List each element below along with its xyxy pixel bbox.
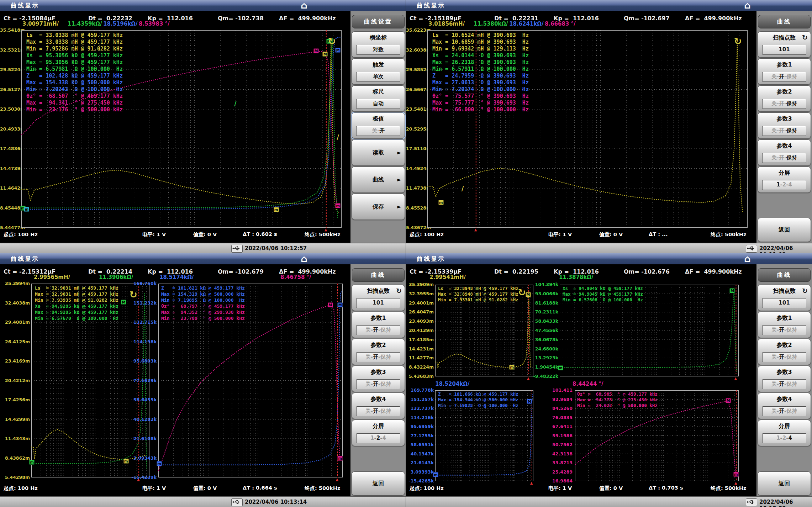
status-strip: 2022/04/06 10:11:02 bbox=[406, 243, 812, 253]
sidebar-button-split-screen[interactable]: 分屏1-2-4 bbox=[758, 420, 811, 446]
sidebar-button-read[interactable]: 读取► bbox=[352, 139, 405, 166]
value-box-param2[interactable]: 关-开-保持 bbox=[762, 352, 806, 362]
sidebar-button-param1[interactable]: 参数1关-开-保持 bbox=[352, 312, 405, 338]
value-box-trigger[interactable]: 单次 bbox=[356, 72, 400, 82]
trace-slash-marker: / bbox=[337, 134, 339, 141]
sidebar-button-save[interactable]: 保存► bbox=[352, 194, 405, 220]
state-option: 关 bbox=[365, 381, 371, 387]
scale-label-1: 11.3878kΩ/ bbox=[559, 274, 594, 280]
axis-label: 36.0678k bbox=[531, 337, 558, 343]
sidebar-button-param1[interactable]: 参数1关-开-保持 bbox=[758, 312, 811, 338]
sidebar-button-param4[interactable]: 参数4关-开-保持 bbox=[352, 393, 405, 419]
value-box-param4[interactable]: 关-开-保持 bbox=[762, 406, 806, 416]
title-bar: 曲线显示⌂ bbox=[406, 0, 812, 11]
legend-line: Max = 27.0613 Ω @ 390.693 Hz bbox=[432, 79, 529, 86]
sidebar-button-sweep-points[interactable]: 扫描点数↻101 bbox=[758, 285, 811, 311]
value-box-split-screen[interactable]: 1-2-4 bbox=[356, 433, 400, 443]
sidebar-title: 曲线 bbox=[352, 268, 405, 282]
axis-label: 59.1986 bbox=[548, 433, 573, 439]
legend-line: Min = 23.789 ° @ 500.000 kHz bbox=[161, 315, 245, 321]
sidebar-button-extremes[interactable]: 极值关-开 bbox=[352, 112, 405, 139]
sweep-info-item: ΔT : ... bbox=[649, 231, 668, 237]
back-button[interactable]: 返回 bbox=[352, 471, 405, 496]
sweep-info-item: 电平: 1 V bbox=[142, 231, 166, 238]
sidebar-button-split-screen[interactable]: 分屏1-2-4 bbox=[352, 420, 405, 446]
header-item-qm: Qm= -102.738 bbox=[218, 15, 264, 22]
value-box-param4[interactable]: 关-开-保持 bbox=[762, 153, 806, 163]
home-icon[interactable]: ⌂ bbox=[744, 0, 751, 11]
axis-label: 114.198k bbox=[129, 339, 157, 345]
value-box-param1[interactable]: 关-开-保持 bbox=[762, 325, 806, 335]
state-option: 开 bbox=[779, 127, 784, 134]
sidebar-button-param2[interactable]: 参数2关-开-保持 bbox=[352, 339, 405, 365]
value-box-param2[interactable]: 关-开-保持 bbox=[762, 99, 806, 109]
axis-label: 95.6803k bbox=[129, 358, 157, 364]
axis-label: 14.4924m bbox=[406, 166, 426, 171]
sidebar-button-param1[interactable]: 参数1关-开-保持 bbox=[758, 58, 811, 85]
legend-line: Ls = 10.6524 mH @ 390.693 Hz bbox=[432, 32, 529, 39]
usb-icon bbox=[231, 245, 243, 253]
value-box-split-screen[interactable]: 1-2-4 bbox=[762, 433, 806, 443]
axis-label: 132.737k bbox=[407, 406, 434, 411]
value-box-param2[interactable]: 关-开-保持 bbox=[356, 352, 400, 362]
sidebar-button-x-axis-mode[interactable]: 横坐标对数 bbox=[352, 31, 405, 58]
sidebar-button-trigger[interactable]: 触发单次 bbox=[352, 58, 405, 85]
value-box-sweep-points[interactable]: 101 bbox=[762, 45, 806, 55]
value-box-param3[interactable]: 关-开-保持 bbox=[762, 379, 806, 389]
legend-line: Ls = 32.9031 mH @ 459.177 kHz bbox=[35, 285, 118, 291]
sidebar-button-param3[interactable]: 参数3关-开-保持 bbox=[352, 366, 405, 392]
axis-label: 5.44298m bbox=[1, 475, 30, 480]
sidebar-button-scale-ruler[interactable]: 标尺自动 bbox=[352, 85, 405, 112]
timestamp: 2022/04/06 10:12:57 bbox=[245, 245, 307, 252]
axis-label: 11.4738m bbox=[406, 185, 426, 191]
legend-line: Max = 32.9031 mH @ 459.177 kHz bbox=[35, 291, 118, 297]
sweep-info-item: 终点: 500kHz bbox=[711, 231, 746, 238]
sidebar-button-param2[interactable]: 参数2关-开-保持 bbox=[758, 85, 811, 112]
sidebar-button-param4[interactable]: 参数4关-开-保持 bbox=[758, 393, 811, 419]
value-box-param1[interactable]: 关-开-保持 bbox=[762, 72, 806, 82]
value-box-split-screen[interactable]: 1-2-4 bbox=[762, 180, 806, 190]
value-box-scale-ruler[interactable]: 自动 bbox=[356, 99, 400, 109]
sidebar-button-label: 参数3 bbox=[758, 115, 811, 123]
value-box-param3[interactable]: 关-开-保持 bbox=[356, 379, 400, 389]
sidebar-button-curve[interactable]: 曲线► bbox=[352, 167, 405, 193]
legend-line: Max = 94.9045 kΩ @ 459.177 kHz bbox=[563, 291, 643, 297]
sweep-info-item: ΔT : 0.664 s bbox=[243, 485, 277, 491]
page-title: 曲线显示 bbox=[11, 255, 39, 263]
value-box-param1[interactable]: 关-开-保持 bbox=[356, 325, 400, 335]
axis-label: 35.5418m bbox=[0, 27, 20, 33]
home-icon[interactable]: ⌂ bbox=[301, 253, 307, 264]
scale-label-1: 11.5380kΩ/ bbox=[474, 21, 508, 27]
legend-line: Min = 9.69342 mH @ 129.113 Hz bbox=[432, 46, 529, 52]
value-box-x-axis-mode[interactable]: 对数 bbox=[356, 45, 400, 55]
sidebar-button-param4[interactable]: 参数4关-开-保持 bbox=[758, 139, 811, 166]
state-option: 4 bbox=[382, 435, 386, 441]
home-icon[interactable]: ⌂ bbox=[301, 0, 307, 11]
axis-label: 29.5852m bbox=[406, 67, 426, 73]
sidebar-button-param3[interactable]: 参数3关-开-保持 bbox=[758, 112, 811, 139]
value-box-extremes[interactable]: 关-开 bbox=[356, 126, 400, 136]
value-box-sweep-points[interactable]: 101 bbox=[356, 298, 400, 308]
state-option: 保持 bbox=[786, 100, 797, 107]
axis-label: 21.6143k bbox=[407, 460, 434, 466]
min-marker-badge: m bbox=[509, 365, 515, 370]
home-icon[interactable]: ⌂ bbox=[744, 253, 751, 264]
sidebar-button-sweep-points[interactable]: 扫描点数↻101 bbox=[352, 285, 405, 311]
sidebar-button-param3[interactable]: 参数3关-开-保持 bbox=[758, 366, 811, 392]
axis-label: 3.09343k bbox=[129, 455, 157, 461]
back-button[interactable]: 返回 bbox=[758, 218, 811, 242]
back-button[interactable]: 返回 bbox=[758, 471, 811, 496]
legend-line: Ls = 33.0338 mH @ 459.177 kHz bbox=[26, 32, 123, 39]
sidebar-button-label: 参数1 bbox=[758, 61, 811, 69]
axis-label: 40.1347k bbox=[407, 451, 434, 457]
sidebar-button-sweep-points[interactable]: 扫描点数↻101 bbox=[758, 31, 811, 58]
sidebar-button-split-screen[interactable]: 分屏1-2-4 bbox=[758, 167, 811, 193]
legend-line: Max = 94.341 ° @ 275.450 kHz bbox=[26, 100, 123, 106]
cursor-marker: ▲ bbox=[474, 228, 477, 232]
sidebar-button-param2[interactable]: 参数2关-开-保持 bbox=[758, 339, 811, 365]
value-box-sweep-points[interactable]: 101 bbox=[762, 298, 806, 308]
value-box-param3[interactable]: 关-开-保持 bbox=[762, 126, 806, 136]
axis-label: 20.4212m bbox=[1, 378, 30, 384]
value-box-param4[interactable]: 关-开-保持 bbox=[356, 406, 400, 416]
axis-label: 70.2311k bbox=[531, 309, 558, 315]
